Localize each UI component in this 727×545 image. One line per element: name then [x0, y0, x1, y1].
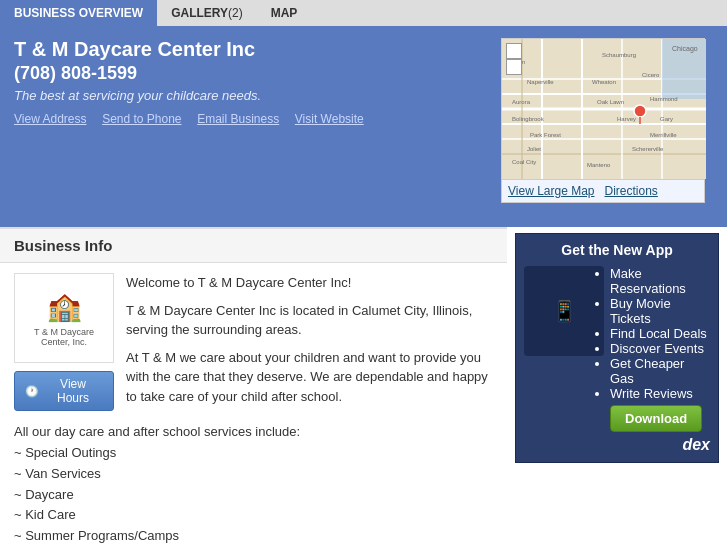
map-zoom-controls: + −	[506, 43, 522, 75]
service-item-1: ~ Special Outings	[14, 443, 493, 464]
app-phones-image: 📱	[524, 266, 604, 454]
business-name: T & M Daycare Center Inc	[14, 38, 493, 61]
biz-logo-text: T & M Daycare Center, Inc.	[19, 327, 109, 347]
services-intro: All our day care and after school servic…	[14, 424, 493, 439]
svg-text:Gary: Gary	[660, 116, 673, 122]
map-widget: Chicago Elgin Schaumburg Naperville Whea…	[501, 38, 705, 203]
svg-text:Joliet: Joliet	[527, 146, 541, 152]
biz-logo-container: 🏫 T & M Daycare Center, Inc. 🕐 View Hour…	[14, 273, 114, 414]
left-column: Business Info 🏫 T & M Daycare Center, In…	[0, 227, 507, 545]
svg-text:Oak Lawn: Oak Lawn	[597, 99, 624, 105]
svg-text:Cicero: Cicero	[642, 72, 660, 78]
email-business-link[interactable]: Email Business	[197, 112, 279, 126]
services-list: All our day care and after school servic…	[14, 424, 493, 545]
biz-desc-1: Welcome to T & M Daycare Center Inc!	[126, 273, 493, 293]
app-features-list: Make Reservations Buy Movie Tickets Find…	[610, 266, 710, 401]
view-large-map-link[interactable]: View Large Map	[508, 184, 595, 198]
main-content: Business Info 🏫 T & M Daycare Center, In…	[0, 227, 727, 545]
service-item-5: ~ Summer Programs/Camps	[14, 526, 493, 545]
svg-text:Merrillville: Merrillville	[650, 132, 677, 138]
biz-logo-icon: 🏫	[19, 290, 109, 323]
tab-gallery[interactable]: GALLERY(2)	[157, 0, 257, 26]
download-button[interactable]: Download	[610, 405, 702, 432]
svg-point-31	[634, 105, 646, 117]
tab-map[interactable]: MAP	[257, 0, 312, 26]
clock-icon: 🕐	[25, 385, 39, 398]
view-hours-button[interactable]: 🕐 View Hours	[14, 371, 114, 411]
svg-text:Bolingbrook: Bolingbrook	[512, 116, 545, 122]
map-zoom-in[interactable]: +	[506, 43, 522, 59]
header-links: View Address Send to Phone Email Busines…	[14, 111, 493, 126]
app-feature-1: Make Reservations	[610, 266, 710, 296]
biz-description: Welcome to T & M Daycare Center Inc! T &…	[126, 273, 493, 414]
service-item-2: ~ Van Services	[14, 464, 493, 485]
tabs-bar: BUSINESS OVERVIEW GALLERY(2) MAP	[0, 0, 727, 28]
business-info-header: Business Info	[0, 229, 507, 263]
app-right-content: Make Reservations Buy Movie Tickets Find…	[610, 266, 710, 454]
svg-text:Park Forest: Park Forest	[530, 132, 561, 138]
svg-text:Chicago: Chicago	[672, 45, 698, 53]
biz-logo: 🏫 T & M Daycare Center, Inc.	[14, 273, 114, 363]
send-to-phone-link[interactable]: Send to Phone	[102, 112, 181, 126]
app-feature-2: Buy Movie Tickets	[610, 296, 710, 326]
app-banner-title: Get the New App	[516, 234, 718, 262]
app-feature-4: Discover Events	[610, 341, 710, 356]
tab-business-overview[interactable]: BUSINESS OVERVIEW	[0, 0, 157, 26]
app-phone-graphic: 📱	[524, 266, 604, 356]
app-banner-content: 📱 Make Reservations Buy Movie Tickets Fi…	[516, 262, 718, 462]
business-tagline: The best at servicing your childcare nee…	[14, 88, 493, 103]
svg-text:Hammond: Hammond	[650, 96, 678, 102]
business-info-body: 🏫 T & M Daycare Center, Inc. 🕐 View Hour…	[0, 263, 507, 545]
biz-info-top: 🏫 T & M Daycare Center, Inc. 🕐 View Hour…	[14, 273, 493, 414]
map-links: View Large Map Directions	[502, 179, 704, 202]
dex-logo: dex	[610, 436, 710, 454]
svg-text:Harvey: Harvey	[617, 116, 636, 122]
map-zoom-out[interactable]: −	[506, 59, 522, 75]
visit-website-link[interactable]: Visit Website	[295, 112, 364, 126]
business-header: T & M Daycare Center Inc (708) 808-1599 …	[0, 28, 727, 227]
svg-text:Naperville: Naperville	[527, 79, 554, 85]
service-item-3: ~ Daycare	[14, 485, 493, 506]
directions-link[interactable]: Directions	[605, 184, 658, 198]
business-phone: (708) 808-1599	[14, 63, 493, 84]
app-feature-6: Write Reviews	[610, 386, 710, 401]
download-button-container: Download	[610, 401, 710, 432]
biz-desc-3: At T & M we care about your children and…	[126, 348, 493, 407]
svg-text:Aurora: Aurora	[512, 99, 531, 105]
svg-text:Schaumburg: Schaumburg	[602, 52, 636, 58]
service-item-4: ~ Kid Care	[14, 505, 493, 526]
app-feature-3: Find Local Deals	[610, 326, 710, 341]
app-banner: Get the New App 📱 Make Reservations Buy …	[515, 233, 719, 463]
svg-text:Coal City: Coal City	[512, 159, 536, 165]
app-feature-5: Get Cheaper Gas	[610, 356, 710, 386]
map-thumbnail: Chicago Elgin Schaumburg Naperville Whea…	[502, 39, 706, 179]
svg-text:Manteno: Manteno	[587, 162, 611, 168]
svg-text:Schererville: Schererville	[632, 146, 664, 152]
right-column: Get the New App 📱 Make Reservations Buy …	[507, 227, 727, 545]
business-info-section: Business Info 🏫 T & M Daycare Center, In…	[0, 227, 507, 545]
svg-text:Wheaton: Wheaton	[592, 79, 616, 85]
view-address-link[interactable]: View Address	[14, 112, 87, 126]
biz-desc-2: T & M Daycare Center Inc is located in C…	[126, 301, 493, 340]
